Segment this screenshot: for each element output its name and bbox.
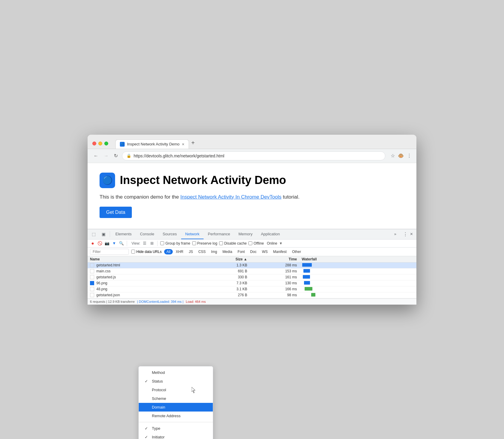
view-grid-icon[interactable]: ⊞	[149, 241, 155, 246]
tab-console[interactable]: Console	[136, 229, 158, 239]
tab-application[interactable]: Application	[257, 229, 284, 239]
offline-input[interactable]	[248, 241, 252, 245]
inspect-element-icon[interactable]: ⬚	[89, 229, 99, 239]
table-row[interactable]: getstarted.html 1.3 KB 288 ms	[88, 263, 416, 268]
devtools-close-icon[interactable]: ×	[410, 231, 413, 237]
table-row[interactable]: getstarted.json 276 B 98 ms	[88, 292, 416, 298]
filter-font-button[interactable]: Font	[235, 249, 247, 254]
camera-button[interactable]: 📷	[104, 241, 110, 246]
filter-xhr-button[interactable]: XHR	[173, 249, 186, 254]
cm-initiator-label: Initiator	[152, 435, 207, 439]
file-icon	[90, 281, 94, 285]
disable-cache-checkbox[interactable]: Disable cache	[219, 241, 247, 245]
offline-checkbox[interactable]: Offline	[248, 241, 264, 245]
row-name: getstarted.json	[90, 293, 202, 297]
row-size: 1.3 KB	[202, 263, 252, 267]
tab-close-button[interactable]: ×	[182, 142, 184, 147]
cm-status-label: Status	[152, 379, 207, 383]
tab-performance[interactable]: Performance	[204, 229, 234, 239]
filter-ws-button[interactable]: WS	[259, 249, 270, 254]
browser-tab[interactable]: 🔵 Inspect Network Activity Demo ×	[115, 139, 189, 149]
new-tab-button[interactable]: +	[189, 138, 197, 148]
cm-scheme[interactable]: Scheme	[139, 394, 213, 403]
record-button[interactable]: ●	[90, 241, 95, 246]
cm-method[interactable]: Method	[139, 368, 213, 377]
table-row[interactable]: main.css 691 B 153 ms	[88, 268, 416, 274]
menu-button[interactable]: ⋮	[407, 153, 412, 159]
cm-protocol[interactable]: Protocol	[139, 386, 213, 394]
preserve-log-checkbox[interactable]: Preserve log	[192, 241, 217, 245]
cm-domain[interactable]: Domain	[139, 403, 213, 412]
table-row[interactable]: 48.png 3.1 KB 166 ms	[88, 286, 416, 292]
devtools-settings-icon[interactable]: ⋮	[403, 231, 408, 237]
tab-sources[interactable]: Sources	[158, 229, 181, 239]
table-row[interactable]: 96.png 7.3 KB 130 ms	[88, 280, 416, 286]
close-traffic-light[interactable]	[92, 142, 96, 145]
preserve-log-input[interactable]	[192, 241, 196, 245]
more-tabs-button[interactable]: »	[390, 229, 400, 239]
header-time[interactable]: Time	[252, 257, 302, 261]
row-size: 330 B	[202, 275, 252, 279]
hide-data-urls-checkbox[interactable]: Hide data URLs	[131, 250, 162, 254]
filter-doc-button[interactable]: Doc	[248, 249, 259, 254]
header-waterfall[interactable]: Waterfall	[302, 257, 414, 261]
group-by-frame-checkbox[interactable]: Group by frame	[160, 241, 190, 245]
cm-initiator[interactable]: ✓ Initiator	[139, 433, 213, 439]
network-table: getstarted.html 1.3 KB 288 ms main.css 6…	[88, 263, 416, 298]
desc-prefix: This is the companion demo for the	[100, 194, 180, 200]
forward-button[interactable]: →	[103, 152, 110, 160]
filter-img-button[interactable]: Img	[209, 249, 219, 254]
header-size[interactable]: Size ▲	[202, 257, 252, 261]
clear-button[interactable]: 🚫	[97, 241, 103, 246]
search-button[interactable]: 🔍	[119, 241, 124, 246]
bookmark-button[interactable]: ☆	[391, 153, 395, 159]
online-dropdown-icon[interactable]: ▼	[279, 241, 282, 245]
back-button[interactable]: ←	[92, 152, 100, 160]
row-time: 98 ms	[252, 293, 302, 297]
lock-icon: 🔒	[126, 154, 131, 158]
filter-icon[interactable]: ▼	[112, 241, 117, 246]
device-toolbar-icon[interactable]: ▣	[99, 229, 109, 239]
profile-button[interactable]: 🐵	[398, 153, 404, 159]
hide-data-urls-input[interactable]	[131, 250, 135, 254]
tab-network[interactable]: Network	[181, 229, 204, 239]
preserve-log-label: Preserve log	[197, 241, 217, 245]
filter-all-button[interactable]: All	[164, 249, 173, 254]
filter-input[interactable]	[90, 249, 129, 255]
filter-manifest-button[interactable]: Manifest	[271, 249, 289, 254]
header-name[interactable]: Name	[90, 257, 202, 261]
requests-count: 6 requests | 12.9 KB transferre	[90, 300, 135, 303]
cm-separator-1	[139, 422, 213, 422]
site-favicon: 🔵	[100, 173, 115, 188]
network-toolbar: ● 🚫 📷 ▼ 🔍 View: ☰ ⊞ Group by frame Prese…	[88, 240, 416, 248]
tutorial-link[interactable]: Inspect Network Activity In Chrome DevTo…	[180, 194, 281, 200]
filter-media-button[interactable]: Media	[220, 249, 235, 254]
filter-css-button[interactable]: CSS	[196, 249, 208, 254]
page-title: Inspect Network Activity Demo	[120, 174, 286, 187]
disable-cache-label: Disable cache	[224, 241, 247, 245]
file-icon	[90, 275, 94, 279]
cm-status-check: ✓	[145, 379, 149, 383]
disable-cache-input[interactable]	[219, 241, 223, 245]
group-by-frame-input[interactable]	[160, 241, 164, 245]
filter-other-button[interactable]: Other	[290, 249, 303, 254]
refresh-button[interactable]: ↻	[113, 152, 119, 160]
tab-bar: 🔵 Inspect Network Activity Demo × +	[115, 138, 412, 149]
table-row[interactable]: getstarted.js 330 B 161 ms	[88, 274, 416, 280]
tab-elements[interactable]: Elements	[111, 229, 136, 239]
context-menu: Method ✓ Status Protocol Scheme	[138, 366, 213, 439]
cm-type[interactable]: ✓ Type	[139, 424, 213, 433]
toolbar-separator	[127, 241, 127, 246]
get-data-button[interactable]: Get Data	[100, 207, 132, 218]
toolbar-separator-2	[157, 241, 158, 246]
maximize-traffic-light[interactable]	[104, 142, 108, 145]
view-list-icon[interactable]: ☰	[142, 241, 147, 246]
cm-type-label: Type	[152, 426, 207, 431]
url-bar[interactable]: 🔒 https://devtools.glitch.me/network/get…	[122, 151, 385, 160]
cm-status[interactable]: ✓ Status	[139, 377, 213, 386]
minimize-traffic-light[interactable]	[98, 142, 102, 145]
filter-js-button[interactable]: JS	[186, 249, 195, 254]
tab-memory[interactable]: Memory	[234, 229, 257, 239]
cm-remote-address[interactable]: Remote Address	[139, 412, 213, 420]
cm-scheme-label: Scheme	[152, 396, 207, 401]
